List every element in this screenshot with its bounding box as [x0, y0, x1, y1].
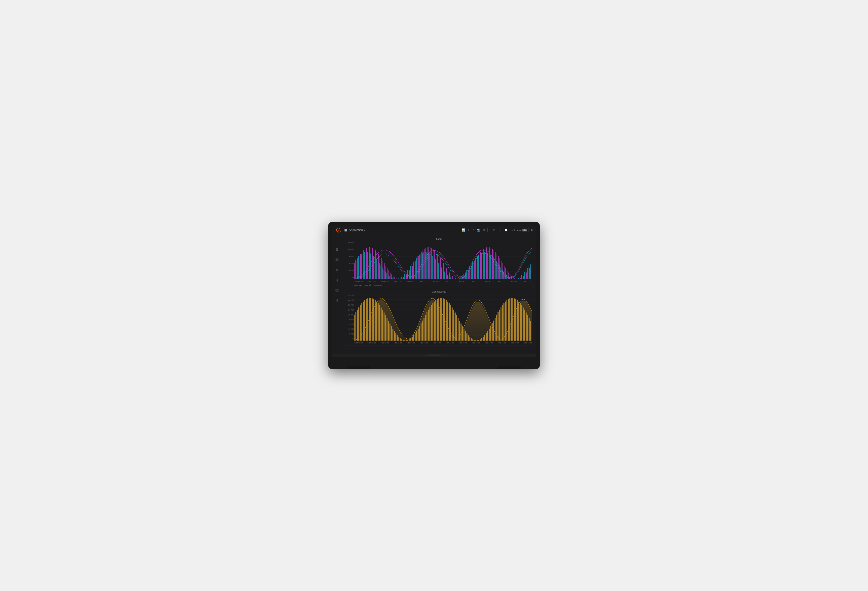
- svg-rect-50: [372, 248, 373, 279]
- svg-rect-162: [455, 278, 456, 279]
- svg-rect-219: [497, 263, 498, 279]
- svg-rect-189: [475, 258, 476, 279]
- app-container: H Application ▾ 📊 ☆ ↗ 📷 ⚙: [332, 226, 536, 354]
- camera-icon[interactable]: 📷: [477, 228, 480, 232]
- svg-rect-253: [523, 273, 523, 279]
- sidebar-item-plus[interactable]: +: [334, 236, 340, 243]
- monitor-screen: H Application ▾ 📊 ☆ ↗ 📷 ⚙: [332, 226, 536, 357]
- app-title-area[interactable]: Application ▾: [344, 228, 365, 232]
- share-icon[interactable]: ↗: [472, 228, 475, 232]
- svg-rect-61: [381, 265, 381, 279]
- svg-rect-78: [393, 276, 393, 279]
- star-icon[interactable]: ☆: [467, 228, 470, 232]
- svg-rect-132: [433, 249, 433, 279]
- svg-rect-11: [337, 280, 337, 282]
- topbar-right: 📊 ☆ ↗ 📷 ⚙ ‹ ⊕ › 🕐 Last 7 days UTC ↻: [462, 228, 533, 232]
- svg-rect-87: [400, 278, 400, 279]
- svg-rect-68: [385, 266, 386, 279]
- svg-rect-35: [361, 254, 362, 279]
- svg-rect-96: [406, 275, 407, 279]
- svg-rect-31: [359, 256, 359, 279]
- svg-rect-106: [414, 263, 414, 279]
- svg-rect-102: [410, 268, 411, 279]
- disk-x-axis: 5/17 00:00 5/17 12:00 5/18 00:00 5/18 12…: [354, 341, 532, 344]
- svg-rect-254: [523, 276, 524, 279]
- svg-rect-201: [484, 252, 485, 279]
- disk-y-0: 0: [345, 338, 354, 340]
- load-y-30: 30 Mil: [345, 256, 354, 258]
- disk-x-12: 5/23 00:00: [511, 342, 519, 344]
- svg-rect-160: [454, 277, 454, 279]
- svg-rect-150: [446, 268, 447, 279]
- svg-rect-192: [477, 256, 478, 279]
- svg-rect-174: [464, 276, 464, 279]
- svg-rect-4: [336, 250, 337, 251]
- sidebar-item-envelope[interactable]: [334, 287, 340, 293]
- svg-rect-293: [503, 303, 504, 341]
- svg-rect-325: [456, 315, 457, 341]
- svg-rect-133: [434, 257, 434, 279]
- nav-next-button[interactable]: ›: [497, 228, 498, 232]
- svg-rect-392: [357, 310, 358, 341]
- svg-rect-45: [369, 253, 369, 279]
- svg-rect-163: [456, 279, 456, 279]
- svg-rect-105: [413, 262, 413, 279]
- legend-avg-line: [374, 285, 378, 285]
- svg-rect-170: [461, 278, 462, 279]
- svg-rect-156: [451, 275, 451, 279]
- svg-rect-39: [365, 252, 365, 279]
- svg-rect-196: [480, 252, 481, 279]
- svg-rect-84: [397, 279, 398, 279]
- sidebar-item-bar-chart[interactable]: [334, 277, 340, 283]
- utc-badge: UTC: [522, 229, 527, 232]
- monitor-outer: H Application ▾ 📊 ☆ ↗ 📷 ⚙: [328, 222, 540, 369]
- svg-rect-52: [373, 249, 374, 279]
- disk-x-4: 5/19 00:00: [406, 342, 415, 344]
- svg-rect-51: [373, 256, 373, 279]
- svg-rect-130: [431, 248, 432, 279]
- refresh-button[interactable]: ↻: [531, 229, 533, 232]
- add-chart-icon[interactable]: 📊: [462, 228, 465, 232]
- svg-rect-125: [428, 253, 428, 279]
- sidebar-item-bell[interactable]: [334, 267, 340, 273]
- nav-search-button[interactable]: ⊕: [493, 228, 495, 232]
- svg-rect-47: [370, 254, 371, 279]
- svg-rect-42: [366, 248, 367, 279]
- svg-rect-128: [430, 247, 431, 279]
- sidebar-item-document[interactable]: [334, 297, 340, 304]
- svg-rect-2: [336, 248, 337, 250]
- svg-rect-112: [418, 256, 419, 279]
- sidebar-item-globe[interactable]: [334, 257, 340, 263]
- disk-y-20: 20 Mil: [345, 319, 354, 321]
- svg-rect-57: [378, 261, 378, 279]
- svg-rect-234: [508, 272, 509, 279]
- svg-rect-145: [443, 270, 443, 279]
- svg-rect-74: [390, 272, 390, 279]
- svg-rect-199: [483, 252, 483, 279]
- svg-rect-181: [469, 266, 470, 279]
- disk-x-13: 5/23 12:00: [524, 342, 532, 344]
- svg-rect-166: [458, 279, 459, 279]
- nav-prev-button[interactable]: ‹: [490, 228, 491, 232]
- load-x-8: 5/21 00:00: [459, 281, 467, 282]
- svg-rect-109: [416, 258, 416, 279]
- svg-rect-40: [365, 249, 365, 279]
- svg-rect-104: [412, 266, 413, 279]
- svg-rect-53: [375, 257, 375, 279]
- load-chart-title: Load: [344, 236, 534, 241]
- svg-rect-26: [354, 263, 355, 279]
- load-x-7: 5/20 12:00: [446, 281, 454, 282]
- svg-rect-248: [519, 279, 519, 279]
- load-x-10: 5/22 00:00: [485, 281, 493, 282]
- svg-rect-228: [504, 266, 504, 279]
- load-x-13: 5/23 12:00: [524, 281, 532, 282]
- svg-rect-44: [368, 247, 368, 279]
- svg-rect-90: [402, 278, 402, 279]
- svg-rect-297: [497, 312, 498, 341]
- svg-rect-134: [434, 250, 435, 279]
- settings-icon[interactable]: ⚙: [483, 228, 485, 232]
- time-range-selector[interactable]: 🕐 Last 7 days UTC: [503, 228, 529, 232]
- svg-rect-194: [479, 254, 479, 279]
- svg-rect-129: [431, 255, 431, 279]
- sidebar-item-dashboard[interactable]: [334, 247, 340, 253]
